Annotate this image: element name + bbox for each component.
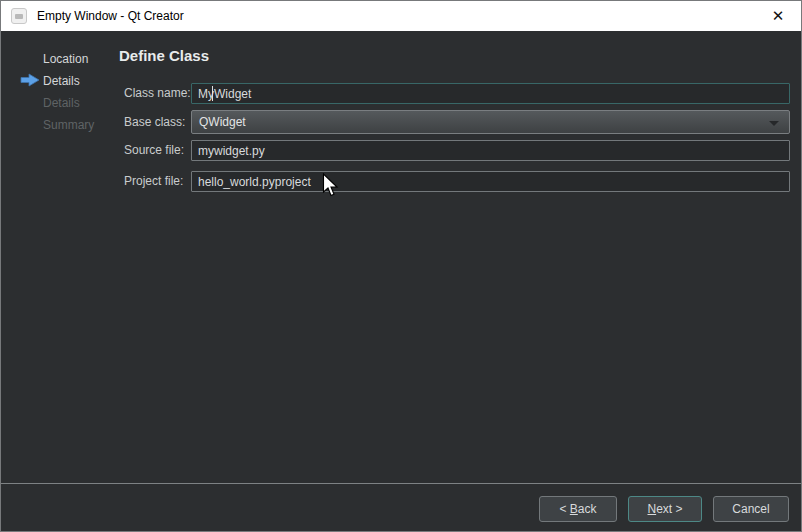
qt-creator-app-icon: [11, 8, 27, 24]
text-caret: [212, 86, 213, 101]
window-title: Empty Window - Qt Creator: [37, 9, 184, 23]
wizard-step-details: Details: [43, 73, 80, 89]
mouse-cursor-icon: [322, 173, 340, 199]
wizard-step-location: Location: [43, 51, 88, 67]
wizard-step-summary: Summary: [43, 117, 94, 133]
project-file-input[interactable]: [191, 171, 790, 192]
dialog-body: Location Details Details Summary Define …: [1, 31, 801, 531]
back-button[interactable]: < Back: [539, 496, 617, 522]
page-title: Define Class: [119, 47, 209, 64]
source-file-label: Source file:: [124, 143, 184, 157]
source-file-input[interactable]: [191, 140, 790, 161]
base-class-value: QWidget: [199, 115, 246, 129]
title-bar: Empty Window - Qt Creator ✕: [1, 1, 801, 31]
cancel-button[interactable]: Cancel: [713, 496, 789, 522]
wizard-dialog-window: Empty Window - Qt Creator ✕ Location Det…: [0, 0, 802, 532]
current-step-arrow-icon: [20, 73, 40, 87]
base-class-combobox[interactable]: QWidget: [191, 110, 790, 134]
project-file-label: Project file:: [124, 174, 183, 188]
class-name-label: Class name:: [124, 86, 191, 100]
base-class-label: Base class:: [124, 115, 185, 129]
next-button[interactable]: Next >: [628, 496, 702, 522]
wizard-step-details-2: Details: [43, 95, 80, 111]
close-icon[interactable]: ✕: [755, 1, 801, 31]
class-name-input[interactable]: [191, 83, 790, 104]
chevron-down-icon: [769, 121, 779, 126]
footer-divider: [1, 483, 802, 484]
